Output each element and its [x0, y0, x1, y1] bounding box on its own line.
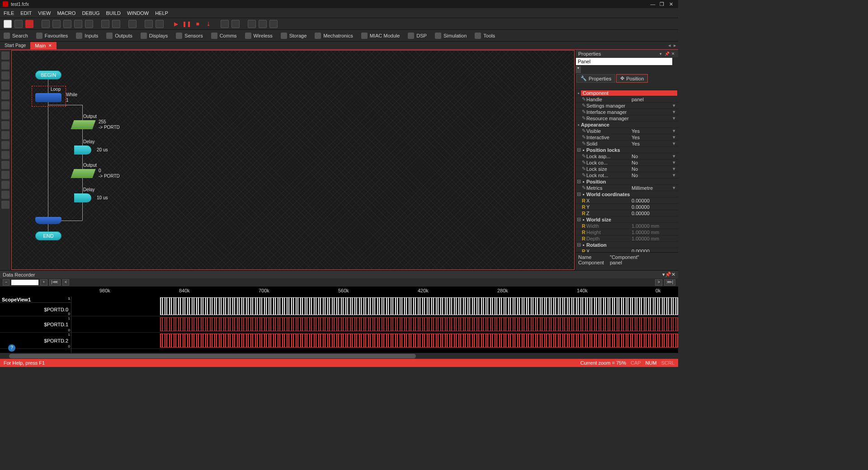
ribbon-favourites[interactable]: Favourites: [36, 33, 68, 39]
new-file-button[interactable]: [4, 20, 12, 28]
menu-help[interactable]: HELP: [155, 10, 168, 16]
panel-dropdown-icon[interactable]: ▾: [658, 52, 663, 56]
rewind-button[interactable]: |⋘: [49, 279, 61, 286]
prop-interface-manager[interactable]: ✎Interface manager▾: [576, 109, 678, 115]
panel-name-dropdown[interactable]: ▾: [576, 66, 581, 73]
save-button[interactable]: [25, 20, 33, 28]
close-button[interactable]: ✕: [666, 1, 675, 7]
prop-rot-x[interactable]: RX0.00000: [576, 248, 678, 252]
forward-button[interactable]: ⋙|: [664, 279, 675, 286]
tool-io[interactable]: [1, 61, 9, 70]
compile-button[interactable]: [221, 20, 229, 28]
menu-build[interactable]: BUILD: [106, 10, 121, 16]
ribbon-dsp[interactable]: DSP: [408, 33, 427, 39]
recorder-scrollbar[interactable]: [0, 353, 678, 359]
scrollbar-thumb[interactable]: [9, 354, 416, 358]
scroll-right-button[interactable]: >: [655, 279, 662, 286]
copy-button[interactable]: [52, 20, 61, 28]
panel-name-input[interactable]: [576, 58, 672, 65]
menu-view[interactable]: VIEW: [38, 10, 51, 16]
prop-resource-manager[interactable]: ✎Resource manager▾: [576, 115, 678, 122]
menu-macro[interactable]: MACRO: [57, 10, 75, 16]
node-delay-1[interactable]: [74, 146, 91, 155]
zoom-out-button[interactable]: [156, 20, 164, 28]
panel-close-icon[interactable]: ✕: [671, 52, 675, 56]
node-loop-end[interactable]: [35, 217, 61, 224]
menu-window[interactable]: WINDOW: [127, 10, 149, 16]
track-label-1[interactable]: $PORTD.101: [0, 316, 71, 333]
close-tab-icon[interactable]: ✕: [48, 43, 52, 48]
minimize-button[interactable]: —: [648, 1, 657, 7]
tool-connect[interactable]: [1, 81, 9, 89]
prop-visible[interactable]: ✎VisibleYes▾: [576, 128, 678, 134]
tool-calc[interactable]: [1, 91, 9, 99]
prop-lock-coord[interactable]: ✎Lock co...No▾: [576, 160, 678, 166]
ribbon-inputs[interactable]: Inputs: [76, 33, 98, 39]
ribbon-comms[interactable]: Comms: [211, 33, 237, 39]
node-end[interactable]: END: [35, 231, 61, 240]
prop-lock-rotation[interactable]: ✎Lock rot...No▾: [576, 172, 678, 179]
properties-tree[interactable]: ▪Component ✎Handlepanel ✎Settings manage…: [576, 90, 678, 252]
flowchart-canvas[interactable]: BEGIN Loop While 1 Output 255 -> PORTD D…: [11, 50, 575, 270]
subtab-properties[interactable]: 🔧Properties: [576, 74, 615, 83]
open-button[interactable]: [14, 20, 23, 28]
recorder-pin-icon[interactable]: 📌: [665, 272, 671, 277]
section-rotation[interactable]: ⊟▪Rotation: [576, 242, 678, 248]
ribbon-search[interactable]: Search: [4, 33, 28, 39]
section-world-coordinates[interactable]: ⊟▪World coordinates: [576, 191, 678, 197]
node-output-1[interactable]: [71, 120, 95, 129]
section-component[interactable]: ▪Component: [576, 90, 678, 96]
help-icon[interactable]: ?: [8, 344, 15, 352]
step-button[interactable]: ⤓: [204, 20, 212, 28]
prop-metrics[interactable]: ✎MetricsMillimetre▾: [576, 185, 678, 191]
doc2-button[interactable]: [85, 20, 93, 28]
menu-file[interactable]: FILE: [4, 10, 14, 16]
track-label-0[interactable]: $PORTD.001: [0, 303, 71, 316]
section-position-locks[interactable]: ⊟▪Position locks: [576, 147, 678, 153]
zoom-plus-button[interactable]: +: [40, 279, 47, 286]
zoom-in-button[interactable]: [145, 20, 153, 28]
tool-assign[interactable]: [1, 101, 9, 109]
ribbon-tools[interactable]: Tools: [475, 33, 495, 39]
section-position[interactable]: ⊟▪Position: [576, 179, 678, 185]
tool-interrupt[interactable]: [1, 171, 9, 179]
ribbon-displays[interactable]: Displays: [141, 33, 168, 39]
doc1-button[interactable]: [74, 20, 82, 28]
stop-button[interactable]: ■: [193, 20, 202, 28]
prop-handle[interactable]: ✎Handlepanel: [576, 96, 678, 103]
tool-c[interactable]: [1, 191, 9, 199]
hex-button[interactable]: [259, 20, 267, 28]
redo-button[interactable]: [112, 20, 120, 28]
maximize-button[interactable]: ❐: [657, 1, 666, 7]
node-delay-2[interactable]: [74, 193, 91, 202]
tool-end[interactable]: [1, 201, 9, 209]
prop-interactive[interactable]: ✎InteractiveYes▾: [576, 134, 678, 141]
tool-comment[interactable]: [1, 181, 9, 189]
tool-string[interactable]: [1, 161, 9, 169]
node-loop[interactable]: [35, 93, 61, 102]
zoom-slider[interactable]: [11, 280, 38, 285]
prop-lock-aspect[interactable]: ✎Lock asp...No▾: [576, 153, 678, 160]
section-world-size[interactable]: ⊟▪World size: [576, 216, 678, 223]
recorder-close-icon[interactable]: ✕: [671, 272, 675, 277]
zoom-minus-button[interactable]: −: [3, 279, 9, 286]
prop-world-x[interactable]: RX0.00000: [576, 197, 678, 204]
tool-macro[interactable]: [1, 111, 9, 119]
recorder-ruler[interactable]: 980k 840k 700k 560k 420k 280k 140k 0k: [0, 287, 678, 296]
subtab-position[interactable]: ✥Position: [616, 74, 648, 83]
ribbon-simulation[interactable]: Simulation: [435, 33, 467, 39]
tool-loop[interactable]: [1, 141, 9, 149]
ribbon-sensors[interactable]: Sensors: [176, 33, 203, 39]
prop-settings-manager[interactable]: ✎Settings manager▾: [576, 103, 678, 109]
tool-component[interactable]: [1, 121, 9, 129]
chip-button[interactable]: [231, 20, 240, 28]
play-button[interactable]: ▶: [172, 20, 180, 28]
section-appearance[interactable]: ▪Appearance: [576, 122, 678, 128]
asm-button[interactable]: [269, 20, 278, 28]
tab-main[interactable]: Main✕: [30, 42, 57, 49]
tab-prev-icon[interactable]: ◂: [668, 42, 671, 48]
prop-lock-size[interactable]: ✎Lock sizeNo▾: [576, 166, 678, 172]
node-output-2[interactable]: [71, 169, 95, 178]
scope-header[interactable]: ScopeView11: [0, 296, 71, 303]
print-button[interactable]: [128, 20, 137, 28]
